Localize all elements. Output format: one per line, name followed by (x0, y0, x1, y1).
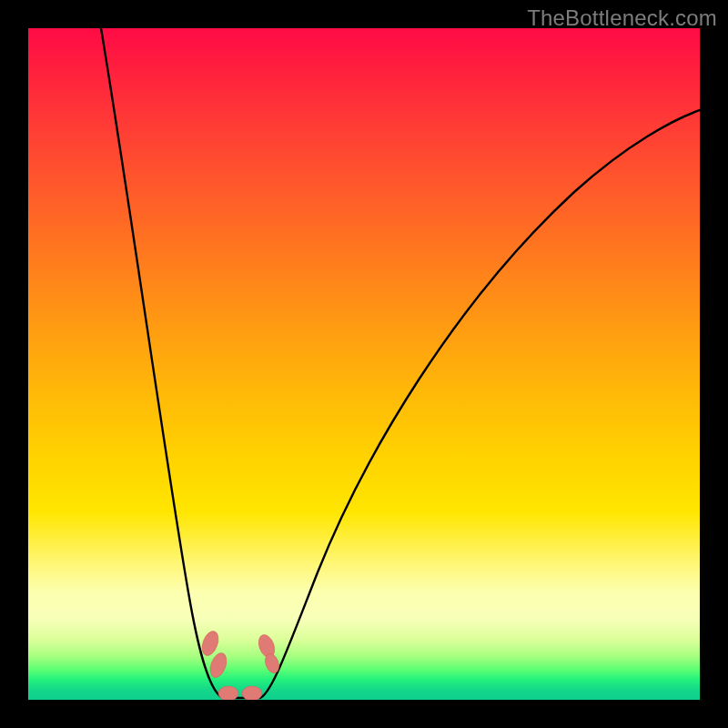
bead-floor-right (242, 686, 262, 700)
bead-left-upper (199, 629, 222, 658)
chart-frame: TheBottleneck.com (0, 0, 728, 728)
bead-floor-left (218, 686, 238, 700)
bottleneck-curve-svg (28, 28, 700, 700)
watermark-text: TheBottleneck.com (527, 5, 717, 31)
bead-left-lower (207, 651, 230, 680)
bottleneck-curve-path (101, 28, 700, 698)
plot-area (28, 28, 700, 700)
